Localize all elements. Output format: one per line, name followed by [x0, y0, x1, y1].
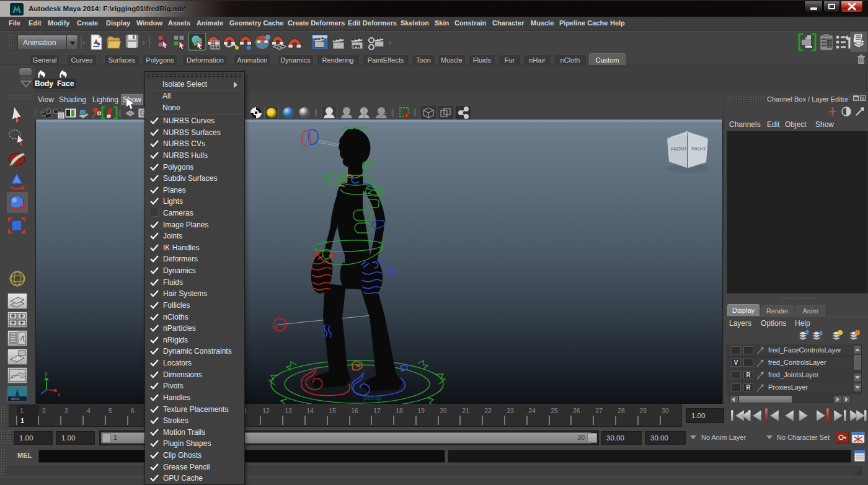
svg-text:persp: persp	[363, 393, 382, 402]
svg-text:FRONT: FRONT	[671, 146, 688, 152]
svg-text:y: y	[45, 370, 48, 377]
svg-text:MAYA: MAYA	[11, 397, 20, 401]
svg-text:x: x	[58, 391, 61, 398]
svg-text:IPR: IPR	[352, 44, 361, 50]
svg-text:RIGHT: RIGHT	[691, 146, 706, 152]
